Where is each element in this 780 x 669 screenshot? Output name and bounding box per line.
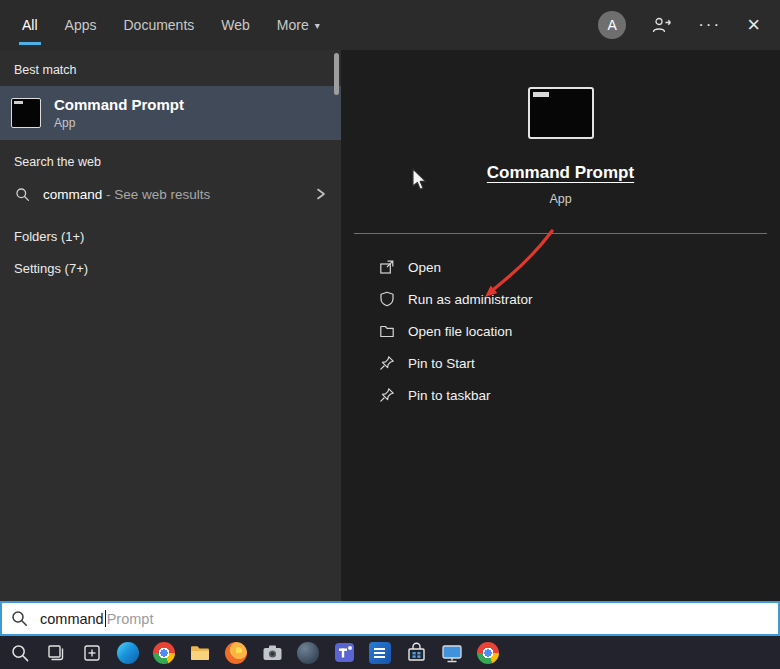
tab-apps-label: Apps [65,17,97,33]
action-pin-to-taskbar-label: Pin to taskbar [408,388,491,403]
action-open[interactable]: Open [341,251,780,283]
search-icon [15,187,30,202]
teams-icon[interactable] [333,642,355,664]
app-preview: Command Prompt App [341,50,780,206]
tab-more-label: More [277,17,309,33]
tab-apps[interactable]: Apps [65,0,97,50]
context-actions: Open Run as administrator [341,251,780,411]
action-open-label: Open [408,260,441,275]
dark-app-icon[interactable] [297,642,319,664]
action-pin-to-start[interactable]: Pin to Start [341,347,780,379]
firefox-icon[interactable] [225,642,247,664]
best-match-text: Command Prompt App [54,96,184,130]
folder-icon [379,323,395,339]
settings-group-header[interactable]: Settings (7+) [0,253,341,283]
more-options-ellipsis-icon[interactable]: ··· [698,15,721,35]
store-icon[interactable] [405,642,427,664]
edge-icon[interactable] [117,642,139,664]
pin-icon [379,355,395,371]
chrome-icon-2[interactable] [477,642,499,664]
command-prompt-icon-large [528,87,594,139]
best-match-title: Command Prompt [54,96,184,113]
text-caret [105,610,106,627]
action-open-file-location-label: Open file location [408,324,512,339]
tab-selected-underline [19,42,41,45]
preview-app-subtitle: App [341,192,780,206]
web-suggestion-query: command [43,187,102,202]
divider [354,233,767,234]
best-match-header: Best match [0,50,341,77]
action-open-file-location[interactable]: Open file location [341,315,780,347]
display-icon[interactable] [441,642,463,664]
folders-group-header[interactable]: Folders (1+) [0,221,341,251]
action-run-as-administrator[interactable]: Run as administrator [341,283,780,315]
file-explorer-icon[interactable] [189,642,211,664]
tab-documents-label: Documents [123,17,194,33]
avatar-letter: A [607,17,616,33]
avatar[interactable]: A [598,11,626,39]
camera-icon[interactable] [261,642,283,664]
topbar-right-controls: A ··· × [598,11,780,39]
web-search-suggestion[interactable]: command - See web results [0,179,341,209]
scrollbar-thumb[interactable] [334,53,339,95]
taskbar [0,636,780,669]
best-match-result[interactable]: Command Prompt App [0,86,341,140]
shield-icon [379,291,395,307]
tab-all[interactable]: All [22,0,38,50]
plus-square-icon[interactable] [81,642,103,664]
chevron-right-icon[interactable] [315,187,327,201]
tab-documents[interactable]: Documents [123,0,194,50]
action-pin-to-taskbar[interactable]: Pin to taskbar [341,379,780,411]
chrome-icon[interactable] [153,642,175,664]
tab-all-label: All [22,17,38,33]
preview-panel: Command Prompt App Open [341,50,780,601]
best-match-subtitle: App [54,116,184,130]
web-suggestion-suffix: - See web results [102,187,210,202]
search-suggestion-text: Prompt [107,611,154,627]
word-icon[interactable] [369,642,391,664]
command-prompt-icon [11,98,41,128]
web-suggestion-text: command - See web results [43,187,210,202]
open-icon [379,259,395,275]
user-arrow-icon[interactable] [652,16,672,34]
tab-web[interactable]: Web [221,0,250,50]
close-icon[interactable]: × [747,15,760,35]
results-panel: Best match Command Prompt App Search the… [0,50,341,601]
search-icon[interactable] [9,642,31,664]
preview-app-title: Command Prompt [341,163,780,183]
search-filter-bar: All Apps Documents Web More ▾ A [0,0,780,50]
tab-more[interactable]: More ▾ [277,0,320,50]
search-flyout: Best match Command Prompt App Search the… [0,50,780,601]
chevron-down-icon: ▾ [315,20,320,31]
task-view-icon[interactable] [45,642,67,664]
search-typed-text: command [40,611,104,627]
action-run-as-administrator-label: Run as administrator [408,292,533,307]
pin-icon [379,387,395,403]
search-input[interactable]: command Prompt [0,601,780,636]
search-text: command Prompt [40,610,153,627]
search-icon [11,610,28,627]
tab-web-label: Web [221,17,250,33]
search-web-header: Search the web [0,140,341,169]
tab-list: All Apps Documents Web More ▾ [0,0,320,50]
action-pin-to-start-label: Pin to Start [408,356,475,371]
windows-search-screen: All Apps Documents Web More ▾ A [0,0,780,669]
